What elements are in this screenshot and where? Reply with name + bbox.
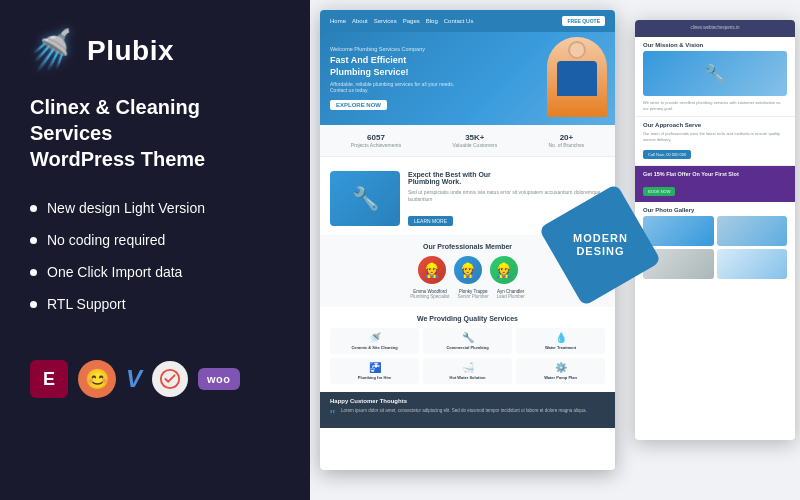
- site2-approach: Our Approach Serve Our team of professio…: [635, 117, 795, 166]
- team-member-2: Plonky TrappeSenior Plumber: [458, 289, 489, 299]
- quote-icon: ": [330, 408, 335, 422]
- approach-btn[interactable]: Call Now: 00 000 000: [643, 150, 691, 159]
- site-header: Home About Services Pages Blog Contact U…: [320, 10, 615, 32]
- service-commercial: 🔧 Commercial Plumbing: [423, 328, 512, 354]
- woocommerce-icon: woo: [198, 368, 240, 390]
- mission-image: 🔧: [643, 51, 787, 96]
- learn-more-btn[interactable]: LEARN MORE: [408, 216, 453, 226]
- feature-item: New design Light Version: [30, 200, 280, 216]
- testimonial-section: Happy Customer Thoughts " Lorem ipsum do…: [320, 392, 615, 428]
- service-icon-hire: 🚰: [334, 362, 415, 373]
- hero-sub: Affordable, reliable plumbing services f…: [330, 81, 460, 93]
- site2-url: clinex.webtechexperts.in: [643, 25, 787, 30]
- elementor-icon: E: [30, 360, 68, 398]
- stat-customers: 35K+ Valuable Customers: [453, 133, 498, 148]
- gallery-grid: [643, 216, 787, 279]
- content-image-block: 🔧: [330, 171, 400, 226]
- face-icon: 😊: [78, 360, 116, 398]
- service-ceramic: 🚿 Ceramic & Site Cleaning: [330, 328, 419, 354]
- mission-text: We strive to provide excellent plumbing …: [643, 100, 787, 111]
- left-panel: 🚿 Plubix Clinex & Cleaning Services Word…: [0, 0, 310, 500]
- faucet-icon: 🚿: [27, 26, 79, 75]
- theme-title: Clinex & Cleaning Services WordPress The…: [30, 94, 280, 172]
- worker-head: [568, 41, 586, 59]
- features-list: New design Light Version No coding requi…: [30, 200, 280, 312]
- mission-icon: 🔧: [643, 51, 787, 96]
- team-member-3: Ayn ChandlerLead Plumber: [497, 289, 525, 299]
- site2-mission: Our Mission & Vision 🔧 We strive to prov…: [635, 37, 795, 117]
- stats-row: 6057 Projects Achievements 35K+ Valuable…: [320, 125, 615, 157]
- service-icon-hot: 🛁: [427, 362, 508, 373]
- promo-button[interactable]: BOOK NOW: [643, 187, 675, 196]
- gallery-item-4: [717, 249, 788, 279]
- services-grid: 🚿 Ceramic & Site Cleaning 🔧 Commercial P…: [330, 328, 605, 384]
- free-quote-btn[interactable]: FREE QUOTE: [562, 16, 605, 26]
- worker-image: 🔧: [330, 171, 400, 226]
- badge-text: MODERN DESING: [573, 232, 628, 258]
- hero-title: Fast And EfficientPlumbing Service!: [330, 55, 470, 78]
- website-preview-secondary: clinex.webtechexperts.in Our Mission & V…: [635, 20, 795, 440]
- site2-header: clinex.webtechexperts.in: [635, 20, 795, 37]
- service-icon-pump: ⚙️: [520, 362, 601, 373]
- services-section: We Providing Quality Services 🚿 Ceramic …: [320, 307, 615, 392]
- logo-area: 🚿 Plubix: [30, 30, 280, 72]
- service-icon-water: 💧: [520, 332, 601, 343]
- hero-section: Welcome Plumbing Services Company Fast A…: [320, 32, 615, 125]
- worker-body: [557, 61, 597, 96]
- testimonial-title: Happy Customer Thoughts: [330, 398, 605, 404]
- approach-text: Our team of professionals uses the lates…: [643, 131, 787, 142]
- gallery-item-1: [643, 216, 714, 246]
- logo-text: Plubix: [87, 35, 174, 67]
- testimonial-content: " Lorem ipsum dolor sit amet, consectetu…: [330, 408, 605, 422]
- cta-button[interactable]: EXPLORE NOW: [330, 100, 387, 110]
- service-icon-ceramic: 🚿: [334, 332, 415, 343]
- stat-achievements: 6057 Projects Achievements: [351, 133, 402, 148]
- service-hire: 🚰 Plumbing for Hire: [330, 358, 419, 384]
- feature-item: One Click Import data: [30, 264, 280, 280]
- team-member-1: Emma WoodfordPlumbing Specialist: [410, 289, 449, 299]
- wpbakery-svg: [159, 368, 181, 390]
- stat-branches: 20+ No. of Branches: [548, 133, 584, 148]
- gallery-item-2: [717, 216, 788, 246]
- feature-item: No coding required: [30, 232, 280, 248]
- content-title: Expect the Best with OurPlumbing Work.: [408, 171, 605, 185]
- visual-composer-icon: V: [126, 365, 142, 393]
- service-hot: 🛁 Hot Water Solution: [423, 358, 512, 384]
- plugins-row: E 😊 V woo: [30, 360, 280, 398]
- service-icon-commercial: 🔧: [427, 332, 508, 343]
- services-title: We Providing Quality Services: [330, 315, 605, 322]
- service-water: 💧 Water Treatment: [516, 328, 605, 354]
- right-panel: Home About Services Pages Blog Contact U…: [310, 0, 800, 500]
- team-avatar-1: 👷: [418, 256, 446, 284]
- promo-banner: Get 15% Flat Offer On Your First Slot BO…: [635, 166, 795, 202]
- wpbakery-icon: [152, 361, 188, 397]
- worker-figure: [557, 37, 597, 96]
- team-avatar-2: 👷: [454, 256, 482, 284]
- testimonial-text: Lorem ipsum dolor sit amet, consectetur …: [341, 408, 587, 414]
- photo-gallery: Our Photo Gallery: [635, 202, 795, 284]
- badge-shape: MODERN DESING: [539, 184, 662, 307]
- hero-worker-image: [547, 37, 607, 117]
- modern-design-badge: MODERN DESING: [555, 200, 650, 295]
- service-pump: ⚙️ Water Pump Plan: [516, 358, 605, 384]
- team-avatar-3: 👷: [490, 256, 518, 284]
- feature-item: RTL Support: [30, 296, 280, 312]
- site-nav: Home About Services Pages Blog Contact U…: [330, 18, 473, 24]
